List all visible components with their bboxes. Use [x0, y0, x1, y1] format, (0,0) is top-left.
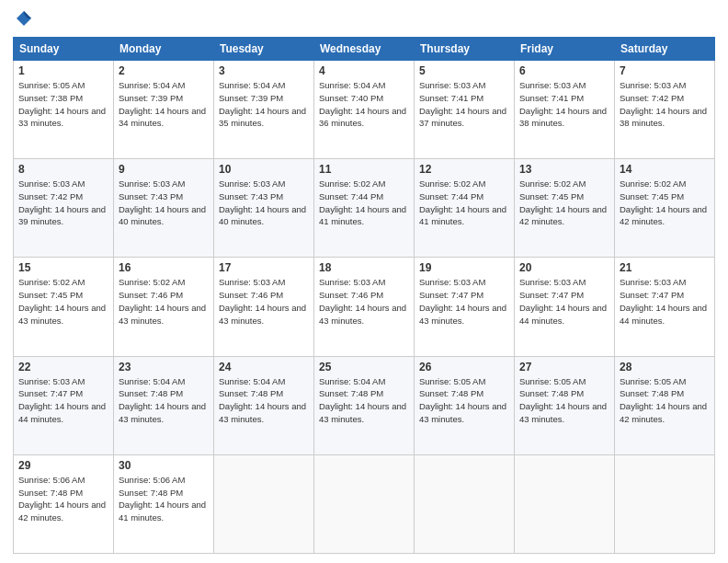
logo-icon: [15, 9, 33, 28]
calendar-cell: 16Sunrise: 5:02 AMSunset: 7:46 PMDayligh…: [114, 258, 214, 356]
day-info: Sunrise: 5:02 AMSunset: 7:45 PMDaylight:…: [18, 276, 108, 327]
day-number: 27: [519, 361, 609, 373]
calendar-cell: [415, 454, 515, 553]
calendar-cell: 17Sunrise: 5:03 AMSunset: 7:46 PMDayligh…: [214, 258, 314, 356]
calendar-cell: 23Sunrise: 5:04 AMSunset: 7:48 PMDayligh…: [114, 356, 214, 454]
calendar-header-saturday: Saturday: [615, 38, 715, 61]
day-number: 18: [319, 261, 409, 274]
calendar-header-monday: Monday: [114, 38, 214, 61]
day-number: 14: [620, 163, 710, 176]
day-number: 23: [119, 361, 209, 373]
calendar-cell: 30Sunrise: 5:06 AMSunset: 7:48 PMDayligh…: [114, 454, 214, 553]
day-number: 15: [18, 261, 108, 274]
day-info: Sunrise: 5:05 AMSunset: 7:48 PMDaylight:…: [519, 375, 609, 426]
day-info: Sunrise: 5:05 AMSunset: 7:38 PMDaylight:…: [18, 79, 108, 130]
day-info: Sunrise: 5:03 AMSunset: 7:47 PMDaylight:…: [18, 375, 108, 426]
day-number: 11: [319, 163, 409, 176]
day-number: 4: [319, 64, 409, 77]
day-info: Sunrise: 5:03 AMSunset: 7:41 PMDaylight:…: [419, 79, 509, 130]
calendar-cell: 10Sunrise: 5:03 AMSunset: 7:43 PMDayligh…: [214, 159, 314, 258]
day-number: 2: [119, 64, 209, 77]
day-number: 19: [419, 261, 509, 274]
day-number: 25: [319, 361, 409, 373]
day-info: Sunrise: 5:02 AMSunset: 7:45 PMDaylight:…: [620, 178, 710, 228]
calendar-cell: 25Sunrise: 5:04 AMSunset: 7:48 PMDayligh…: [314, 356, 415, 454]
logo: [13, 9, 33, 29]
calendar-header-tuesday: Tuesday: [214, 38, 314, 61]
day-info: Sunrise: 5:03 AMSunset: 7:43 PMDaylight:…: [219, 178, 309, 228]
day-info: Sunrise: 5:03 AMSunset: 7:47 PMDaylight:…: [419, 276, 509, 327]
day-number: 28: [620, 361, 710, 373]
calendar-header-wednesday: Wednesday: [314, 38, 415, 61]
day-info: Sunrise: 5:04 AMSunset: 7:39 PMDaylight:…: [119, 79, 209, 130]
calendar-cell: 3Sunrise: 5:04 AMSunset: 7:39 PMDaylight…: [214, 61, 314, 159]
day-info: Sunrise: 5:03 AMSunset: 7:42 PMDaylight:…: [18, 178, 108, 228]
day-info: Sunrise: 5:05 AMSunset: 7:48 PMDaylight:…: [419, 375, 509, 426]
day-info: Sunrise: 5:05 AMSunset: 7:48 PMDaylight:…: [620, 375, 710, 426]
calendar-week-row: 1Sunrise: 5:05 AMSunset: 7:38 PMDaylight…: [14, 61, 715, 159]
calendar-table: SundayMondayTuesdayWednesdayThursdayFrid…: [13, 37, 715, 554]
calendar-cell: 12Sunrise: 5:02 AMSunset: 7:44 PMDayligh…: [415, 159, 515, 258]
day-info: Sunrise: 5:02 AMSunset: 7:46 PMDaylight:…: [119, 276, 209, 327]
header: [13, 9, 715, 29]
calendar-cell: 18Sunrise: 5:03 AMSunset: 7:46 PMDayligh…: [314, 258, 415, 356]
calendar-cell: 15Sunrise: 5:02 AMSunset: 7:45 PMDayligh…: [14, 258, 114, 356]
calendar-cell: 24Sunrise: 5:04 AMSunset: 7:48 PMDayligh…: [214, 356, 314, 454]
day-number: 3: [219, 64, 309, 77]
day-info: Sunrise: 5:04 AMSunset: 7:48 PMDaylight:…: [119, 375, 209, 426]
day-info: Sunrise: 5:03 AMSunset: 7:47 PMDaylight:…: [620, 276, 710, 327]
day-number: 16: [119, 261, 209, 274]
day-number: 5: [419, 64, 509, 77]
day-info: Sunrise: 5:04 AMSunset: 7:39 PMDaylight:…: [219, 79, 309, 130]
day-number: 1: [18, 64, 108, 77]
day-number: 30: [119, 459, 209, 472]
day-info: Sunrise: 5:03 AMSunset: 7:41 PMDaylight:…: [519, 79, 609, 130]
calendar-cell: 8Sunrise: 5:03 AMSunset: 7:42 PMDaylight…: [14, 159, 114, 258]
calendar-cell: 29Sunrise: 5:06 AMSunset: 7:48 PMDayligh…: [14, 454, 114, 553]
day-number: 17: [219, 261, 309, 274]
day-number: 10: [219, 163, 309, 176]
calendar-cell: 2Sunrise: 5:04 AMSunset: 7:39 PMDaylight…: [114, 61, 214, 159]
calendar-cell: 5Sunrise: 5:03 AMSunset: 7:41 PMDaylight…: [415, 61, 515, 159]
day-info: Sunrise: 5:06 AMSunset: 7:48 PMDaylight:…: [18, 474, 108, 524]
day-number: 24: [219, 361, 309, 373]
calendar-header-friday: Friday: [515, 38, 615, 61]
day-number: 7: [620, 64, 710, 77]
calendar-header-thursday: Thursday: [415, 38, 515, 61]
calendar-cell: 7Sunrise: 5:03 AMSunset: 7:42 PMDaylight…: [615, 61, 715, 159]
day-number: 20: [519, 261, 609, 274]
calendar-cell: 1Sunrise: 5:05 AMSunset: 7:38 PMDaylight…: [14, 61, 114, 159]
day-info: Sunrise: 5:03 AMSunset: 7:47 PMDaylight:…: [519, 276, 609, 327]
calendar-cell: 27Sunrise: 5:05 AMSunset: 7:48 PMDayligh…: [515, 356, 615, 454]
calendar-header-row: SundayMondayTuesdayWednesdayThursdayFrid…: [14, 38, 715, 61]
calendar-cell: 14Sunrise: 5:02 AMSunset: 7:45 PMDayligh…: [615, 159, 715, 258]
calendar-cell: 6Sunrise: 5:03 AMSunset: 7:41 PMDaylight…: [515, 61, 615, 159]
day-info: Sunrise: 5:04 AMSunset: 7:40 PMDaylight:…: [319, 79, 409, 130]
day-info: Sunrise: 5:02 AMSunset: 7:45 PMDaylight:…: [519, 178, 609, 228]
day-number: 29: [18, 459, 108, 472]
day-number: 13: [519, 163, 609, 176]
calendar-week-row: 22Sunrise: 5:03 AMSunset: 7:47 PMDayligh…: [14, 356, 715, 454]
day-info: Sunrise: 5:02 AMSunset: 7:44 PMDaylight:…: [419, 178, 509, 228]
day-info: Sunrise: 5:03 AMSunset: 7:46 PMDaylight:…: [319, 276, 409, 327]
day-info: Sunrise: 5:03 AMSunset: 7:43 PMDaylight:…: [119, 178, 209, 228]
day-number: 21: [620, 261, 710, 274]
calendar-week-row: 15Sunrise: 5:02 AMSunset: 7:45 PMDayligh…: [14, 258, 715, 356]
day-number: 9: [119, 163, 209, 176]
calendar-cell: 19Sunrise: 5:03 AMSunset: 7:47 PMDayligh…: [415, 258, 515, 356]
day-number: 8: [18, 163, 108, 176]
calendar-week-row: 8Sunrise: 5:03 AMSunset: 7:42 PMDaylight…: [14, 159, 715, 258]
calendar-cell: 26Sunrise: 5:05 AMSunset: 7:48 PMDayligh…: [415, 356, 515, 454]
calendar-cell: 20Sunrise: 5:03 AMSunset: 7:47 PMDayligh…: [515, 258, 615, 356]
day-info: Sunrise: 5:04 AMSunset: 7:48 PMDaylight:…: [319, 375, 409, 426]
day-info: Sunrise: 5:04 AMSunset: 7:48 PMDaylight:…: [219, 375, 309, 426]
day-info: Sunrise: 5:03 AMSunset: 7:46 PMDaylight:…: [219, 276, 309, 327]
calendar-header-sunday: Sunday: [14, 38, 114, 61]
calendar-cell: 4Sunrise: 5:04 AMSunset: 7:40 PMDaylight…: [314, 61, 415, 159]
day-number: 12: [419, 163, 509, 176]
day-info: Sunrise: 5:03 AMSunset: 7:42 PMDaylight:…: [620, 79, 710, 130]
calendar-cell: 22Sunrise: 5:03 AMSunset: 7:47 PMDayligh…: [14, 356, 114, 454]
calendar-cell: [214, 454, 314, 553]
day-number: 22: [18, 361, 108, 373]
calendar-cell: 21Sunrise: 5:03 AMSunset: 7:47 PMDayligh…: [615, 258, 715, 356]
